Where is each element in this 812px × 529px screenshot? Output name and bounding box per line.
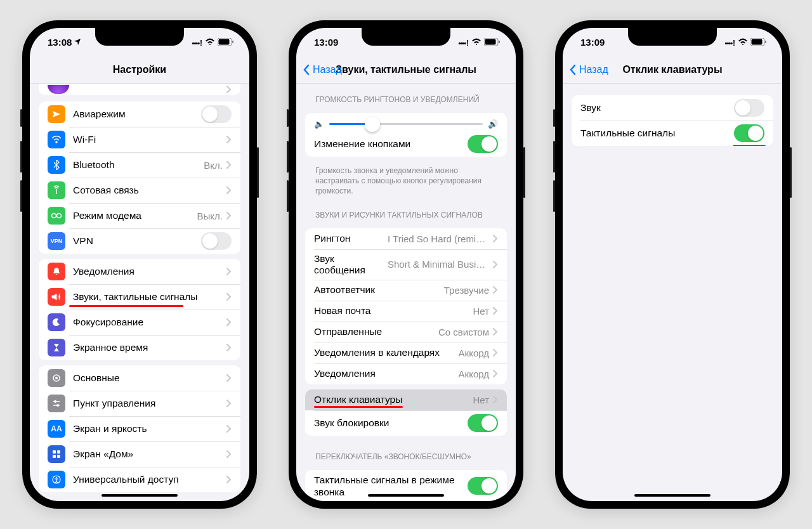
chevron-right-icon [226,212,232,219]
row-label: Основные [73,372,226,384]
row-value: Выкл. [197,211,223,221]
hotspot-row[interactable]: Режим модема Выкл. [39,203,240,228]
row-label: Экранное время [73,342,226,353]
chevron-right-icon [226,374,232,382]
svg-point-4 [57,214,62,218]
change-with-buttons-row[interactable]: Изменение кнопками [305,131,507,157]
speaker-high-icon: 🔊 [488,119,498,129]
battery-icon [750,38,767,46]
voicemail-row[interactable]: Автоответчик Трезвучие [305,280,507,301]
row-label: Новая почта [314,305,473,317]
row-label: Wi-Fi [73,134,226,145]
row-value: I Tried So Hard (remix 2021) [388,233,489,244]
group-header-patterns: ЗВУКИ И РИСУНКИ ТАКТИЛЬНЫХ СИГНАЛОВ [296,199,516,223]
wifi-icon [205,38,215,46]
volume-slider[interactable] [329,123,483,125]
lock-sound-toggle[interactable] [468,414,498,432]
ringtone-row[interactable]: Рингтон I Tried So Hard (remix 2021) [305,228,507,249]
sound-toggle[interactable] [734,99,764,117]
chevron-right-icon [226,293,232,301]
keyboard-feedback-row[interactable]: Отклик клавиатуры Нет [305,389,507,410]
nav-title: Звуки, тактильные сигналы [336,64,476,75]
haptic-row[interactable]: Тактильные сигналы [572,121,773,146]
svg-rect-12 [57,455,60,458]
lock-sound-row[interactable]: Звук блокировки [305,410,507,436]
sounds-row[interactable]: Звуки, тактильные сигналы [39,284,240,310]
haptic-toggle[interactable] [734,124,764,142]
nav-bar: Назад Отклик клавиатуры [563,56,782,84]
status-time: 13:08 [48,37,72,48]
calendar-alerts-row[interactable]: Уведомления в календарях Аккорд [305,343,507,363]
screentime-row[interactable]: Экранное время [39,335,240,360]
display-row[interactable]: AA Экран и яркость [39,416,240,441]
new-mail-row[interactable]: Новая почта Нет [305,301,507,322]
chevron-right-icon [493,235,498,242]
home-screen-row[interactable]: Экран «Дом» [39,441,240,467]
chevron-right-icon [226,450,232,458]
row-label: Уведомления в календарях [314,347,459,358]
home-indicator[interactable] [368,494,444,497]
vpn-row[interactable]: VPN VPN [39,228,240,254]
bluetooth-row[interactable]: Bluetooth Вкл. [39,152,240,178]
haptic-ring-toggle[interactable] [468,477,498,495]
home-indicator[interactable] [102,494,178,497]
svg-rect-16 [485,39,496,45]
accessibility-row[interactable]: Универсальный доступ [39,467,240,492]
chevron-right-icon [493,328,498,336]
phone-frame-3: 13:09 Назад Отклик клавиатуры Звук Та [555,20,790,509]
svg-rect-1 [219,39,230,45]
cellular-row[interactable]: Сотовая связь [39,178,240,203]
chevron-right-icon [493,307,498,315]
settings-content[interactable]: Авиарежим Wi-Fi Bluetooth Вкл. Сотовая с [30,84,249,501]
chevron-right-icon [493,396,498,403]
volume-slider-row[interactable]: 🔈 🔊 [305,113,507,131]
row-label: Bluetooth [73,159,204,171]
row-value: Short & Minimal Busine… [388,259,489,270]
chevron-right-icon [226,161,232,169]
apple-id-row[interactable] [39,84,240,95]
notifications-row[interactable]: Уведомления [39,259,240,284]
location-icon [74,37,81,48]
general-row[interactable]: Основные [39,365,240,391]
chevron-right-icon [226,268,232,275]
row-label: Автоответчик [314,284,444,296]
svg-rect-19 [752,39,763,45]
bell-icon [48,263,65,280]
wifi-row[interactable]: Wi-Fi [39,127,240,152]
keyboard-feedback-content[interactable]: Звук Тактильные сигналы [563,84,782,501]
back-button[interactable]: Назад [569,64,608,75]
text-tone-row[interactable]: Звук сообщения Short & Minimal Busine… [305,249,507,280]
vpn-icon: VPN [48,232,65,250]
chevron-right-icon [226,344,232,351]
home-indicator[interactable] [634,494,710,497]
back-button[interactable]: Назад [303,64,342,75]
control-center-row[interactable]: Пункт управления [39,391,240,416]
sent-mail-row[interactable]: Отправленные Со свистом [305,322,507,343]
sounds-content[interactable]: ГРОМКОСТЬ РИНГТОНОВ И УВЕДОМЛЕНИЙ 🔈 🔊 Из… [296,84,516,501]
row-label: Изменение кнопками [314,138,468,150]
nav-title: Настройки [113,64,166,75]
row-value: Вкл. [204,160,223,171]
airplane-toggle[interactable] [201,105,232,123]
wifi-icon [471,38,481,46]
wifi-icon [738,38,748,46]
gear-icon [48,369,65,387]
row-label: Звуки, тактильные сигналы [73,291,226,303]
svg-point-8 [56,404,59,407]
reminder-alerts-row[interactable]: Уведомления Аккорд [305,363,507,384]
speaker-icon [48,288,65,306]
nav-bar: Назад Звуки, тактильные сигналы [296,56,516,84]
row-value: Со свистом [438,327,489,337]
chevron-right-icon [493,261,498,268]
vpn-toggle[interactable] [201,232,232,250]
svg-rect-11 [53,455,56,458]
chevron-right-icon [226,136,232,143]
airplane-mode-row[interactable]: Авиарежим [39,101,240,127]
row-label: Уведомления [314,368,459,379]
bluetooth-icon [48,156,65,174]
sound-row[interactable]: Звук [572,95,773,121]
moon-icon [48,313,65,331]
change-buttons-toggle[interactable] [468,135,498,153]
phone-frame-2: 13:09 Назад Звуки, тактильные сигналы ГР… [289,20,523,509]
focus-row[interactable]: Фокусирование [39,310,240,335]
